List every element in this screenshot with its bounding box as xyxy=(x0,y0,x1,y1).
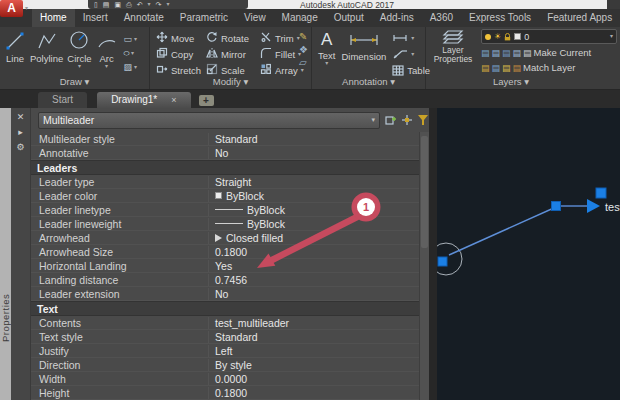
undo-icon[interactable]: ↶ xyxy=(137,0,143,9)
ribbon-tab-home[interactable]: Home xyxy=(32,9,75,27)
layer-state-icon[interactable]: ▤ xyxy=(492,48,501,58)
array-dropdown-icon[interactable]: ▾ xyxy=(301,68,304,73)
property-row-direction[interactable]: DirectionBy style xyxy=(31,358,429,372)
leader-button[interactable]: ▾ xyxy=(392,47,430,61)
property-value[interactable]: Closed filled xyxy=(209,232,429,244)
property-value[interactable]: Left xyxy=(209,345,429,357)
property-value[interactable]: 0.1800 xyxy=(209,387,429,399)
move-tool-button[interactable]: Move xyxy=(156,30,206,46)
property-row-justify[interactable]: JustifyLeft xyxy=(31,344,429,358)
layer-select-combo[interactable]: ☀ 0 ▾ xyxy=(481,29,617,44)
ribbon-tab-insert[interactable]: Insert xyxy=(75,9,116,27)
open-file-icon[interactable]: ▤ xyxy=(103,0,110,9)
property-row-arrowhead[interactable]: ArrowheadClosed filled xyxy=(31,231,429,245)
property-value[interactable]: ByBlock xyxy=(209,218,429,230)
new-drawing-tab-button[interactable]: + xyxy=(199,95,214,106)
ribbon-tab-output[interactable]: Output xyxy=(326,9,372,27)
circle-tool-button[interactable]: Circle ▾ xyxy=(67,30,91,74)
close-palette-icon[interactable]: ✕ xyxy=(17,113,25,122)
property-value[interactable]: 0.1800 xyxy=(209,246,429,258)
property-row-arrowhead-size[interactable]: Arrowhead Size0.1800 xyxy=(31,245,429,259)
modify-panel-label[interactable]: Modify ▾ xyxy=(150,76,311,89)
ellipse-tool-button[interactable]: ○ ▾ xyxy=(124,47,138,60)
quick-select-icon[interactable] xyxy=(416,114,429,127)
make-current-button[interactable]: Make Current xyxy=(534,47,592,58)
property-value[interactable]: test_multileader xyxy=(209,317,429,329)
arc-tool-button[interactable]: Arc ▾ xyxy=(96,30,118,74)
property-row-text-style[interactable]: Text styleStandard xyxy=(31,330,429,344)
section-header-leaders[interactable]: Leaders − xyxy=(31,160,429,175)
mirror-tool-button[interactable]: Mirror xyxy=(206,46,260,62)
property-row-contents[interactable]: Contentstest_multileader xyxy=(31,316,429,330)
grip-landing[interactable] xyxy=(552,202,561,211)
annotation-panel-label[interactable]: Annotation ▾ xyxy=(312,76,425,89)
scrollbar-thumb[interactable] xyxy=(421,136,428,248)
print-icon[interactable]: ⎙ xyxy=(126,0,132,9)
object-type-selector[interactable]: Multileader ▾ xyxy=(38,112,380,129)
leader-line[interactable] xyxy=(449,207,556,255)
property-row-leader-lineweight[interactable]: Leader lineweightByBlock xyxy=(31,217,429,231)
ribbon-tab-parametric[interactable]: Parametric xyxy=(172,9,236,27)
selector-dropdown-icon[interactable]: ▾ xyxy=(371,116,375,124)
property-value[interactable]: Standard xyxy=(209,133,429,145)
ribbon-tab-manage[interactable]: Manage xyxy=(274,9,326,27)
ribbon-tab-view[interactable]: View xyxy=(236,9,274,27)
match-layer-button[interactable]: Match Layer xyxy=(523,62,575,73)
hatch-tool-button[interactable]: ▨ ▾ xyxy=(124,61,138,74)
palette-settings-icon[interactable]: ⚙ xyxy=(16,143,24,152)
property-value[interactable]: No xyxy=(209,147,429,159)
rotate-tool-button[interactable]: Rotate xyxy=(206,30,260,46)
multileader-text[interactable]: test xyxy=(605,201,620,213)
property-row-annotative[interactable]: AnnotativeNo xyxy=(31,146,429,160)
file-tab-drawing1[interactable]: Drawing1* × xyxy=(97,92,190,108)
layer-state-icon[interactable]: ▤ xyxy=(502,63,511,73)
draw-panel-label[interactable]: Draw ▾ xyxy=(0,76,149,89)
autohide-icon[interactable]: ▸ xyxy=(18,128,23,137)
property-value[interactable]: By style xyxy=(209,359,429,371)
property-value[interactable]: 0.0000 xyxy=(209,373,429,385)
property-row-width[interactable]: Width0.0000 xyxy=(31,372,429,386)
application-menu-button[interactable]: A xyxy=(0,0,23,17)
property-value[interactable]: Straight xyxy=(209,176,429,188)
ribbon-tab-annotate[interactable]: Annotate xyxy=(116,9,172,27)
copy-tool-button[interactable]: Copy xyxy=(156,46,206,62)
layers-panel-label[interactable]: Layers ▾ xyxy=(426,76,596,89)
property-row-leader-type[interactable]: Leader typeStraight xyxy=(31,175,429,189)
select-objects-icon[interactable] xyxy=(400,114,413,127)
dimension-tool-button[interactable]: Dimension xyxy=(341,30,386,77)
arc-dropdown-icon[interactable]: ▾ xyxy=(105,64,108,69)
circle-dropdown-icon[interactable]: ▾ xyxy=(78,64,81,69)
property-value[interactable]: 0.7456 xyxy=(209,274,429,286)
pickadd-toggle-icon[interactable] xyxy=(384,114,397,127)
property-row-leader-linetype[interactable]: Leader linetypeByBlock xyxy=(31,203,429,217)
drawing-canvas[interactable]: test xyxy=(437,108,620,400)
grip-arrow-end[interactable] xyxy=(438,257,447,266)
line-tool-button[interactable]: Line xyxy=(4,30,26,74)
text-dropdown-icon[interactable]: ▾ xyxy=(325,61,328,66)
property-value[interactable]: ByBlock xyxy=(209,190,429,202)
property-row-horizontal-landing[interactable]: Horizontal LandingYes xyxy=(31,259,429,273)
property-row-leader-color[interactable]: Leader colorByBlock xyxy=(31,189,429,203)
layer-combo-dropdown-icon[interactable]: ▾ xyxy=(610,34,613,39)
palette-scrollbar[interactable] xyxy=(419,132,429,400)
section-header-text[interactable]: Text − xyxy=(31,301,429,316)
property-row-landing-distance[interactable]: Landing distance0.7456 xyxy=(31,273,429,287)
file-tab-start[interactable]: Start xyxy=(38,92,87,108)
application-menu-dropdown-icon[interactable]: ▾ xyxy=(25,4,28,11)
ribbon-tab-featured-apps[interactable]: Featured Apps xyxy=(539,9,620,27)
polyline-tool-button[interactable]: Polyline xyxy=(30,30,63,74)
ribbon-tab-express-tools[interactable]: Express Tools xyxy=(461,9,539,27)
property-value[interactable]: ByBlock xyxy=(209,204,429,216)
linear-dimension-button[interactable]: ▾ xyxy=(392,31,430,45)
layer-state-icon[interactable]: ▤ xyxy=(481,48,490,58)
property-row-multileader-style[interactable]: Multileader styleStandard xyxy=(31,132,429,146)
erase-icon[interactable]: ✎ xyxy=(299,31,308,42)
property-value[interactable]: No xyxy=(209,288,429,300)
property-row-height[interactable]: Height0.1800 xyxy=(31,386,429,400)
redo-dropdown-icon[interactable]: ▾ xyxy=(166,2,169,7)
property-value[interactable]: Yes xyxy=(209,260,429,272)
table-button[interactable]: Table xyxy=(392,63,430,77)
undo-dropdown-icon[interactable]: ▾ xyxy=(148,2,151,7)
layer-state-icon[interactable]: ▤ xyxy=(502,48,511,58)
redo-icon[interactable]: ↷ xyxy=(156,0,162,9)
